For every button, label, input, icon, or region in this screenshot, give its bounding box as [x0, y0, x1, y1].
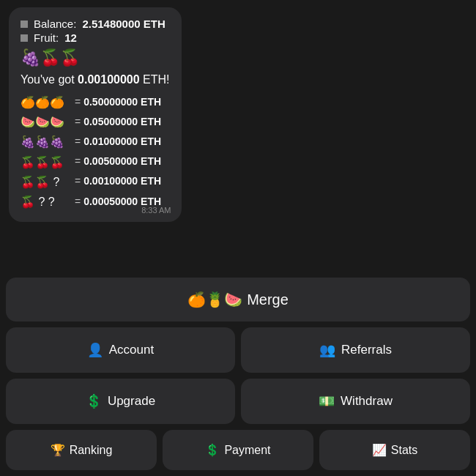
value-table: 🍊🍊🍊 = 0.50000000 ETH 🍉🍉🍉 = 0.05000000 ET…	[21, 92, 170, 212]
eth-3: 0.00500000 ETH	[83, 153, 161, 171]
balance-line: Balance: 2.51480000 ETH	[21, 18, 170, 30]
bottom-row: 🏆 Ranking 💲 Payment 📈 Stats	[6, 430, 470, 470]
emoji-2: 🍇🍇🍇	[21, 132, 72, 152]
referrals-label: Referrals	[341, 343, 392, 357]
got-value: 0.00100000	[78, 73, 140, 86]
nav-grid: 👤 Account 👥 Referrals 💲 Upgrade 💵 Withdr…	[6, 327, 470, 424]
payment-button[interactable]: 💲 Payment	[163, 430, 313, 470]
fruit-value: 12	[64, 31, 77, 44]
payment-label: Payment	[224, 444, 270, 457]
emoji-0: 🍊🍊🍊	[21, 92, 72, 112]
emoji-3: 🍒🍒🍒	[21, 152, 72, 172]
equals-1: =	[75, 114, 81, 131]
value-row-2: 🍇🍇🍇 = 0.01000000 ETH	[21, 132, 170, 152]
message-timestamp: 8:33 AM	[141, 206, 171, 215]
withdraw-icon: 💵	[319, 393, 335, 409]
stats-icon: 📈	[372, 443, 387, 457]
value-row-0: 🍊🍊🍊 = 0.50000000 ETH	[21, 92, 170, 112]
upgrade-icon: 💲	[86, 393, 102, 409]
emoji-1: 🍉🍉🍉	[21, 112, 72, 132]
eth-0: 0.50000000 ETH	[83, 94, 161, 111]
fruit-square-icon	[21, 34, 28, 42]
eth-1: 0.05000000 ETH	[83, 114, 161, 131]
account-label: Account	[109, 343, 154, 357]
merge-icon: 🍊🍍🍉	[187, 291, 242, 308]
got-prefix: You've got	[21, 73, 78, 86]
referrals-icon: 👥	[319, 342, 335, 358]
equals-5: =	[75, 193, 81, 211]
withdraw-label: Withdraw	[341, 394, 393, 409]
got-suffix: ETH!	[140, 73, 170, 86]
eth-4: 0.00100000 ETH	[83, 173, 161, 190]
withdraw-button[interactable]: 💵 Withdraw	[241, 379, 470, 424]
fruit-line: Fruit: 12	[21, 31, 170, 44]
fruit-emojis: 🍇🍒🍒	[21, 48, 170, 67]
equals-2: =	[75, 133, 81, 151]
ranking-icon: 🏆	[51, 443, 65, 457]
eth-2: 0.01000000 ETH	[83, 133, 161, 151]
account-button[interactable]: 👤 Account	[6, 327, 235, 373]
value-row-1: 🍉🍉🍉 = 0.05000000 ETH	[21, 112, 170, 132]
balance-value: 2.51480000 ETH	[82, 18, 165, 30]
emoji-4: 🍒🍒 ?	[21, 172, 72, 192]
balance-square-icon	[21, 21, 28, 28]
stats-label: Stats	[391, 444, 417, 457]
value-row-4: 🍒🍒 ? = 0.00100000 ETH	[21, 172, 170, 192]
upgrade-button[interactable]: 💲 Upgrade	[6, 379, 235, 424]
equals-3: =	[75, 153, 81, 171]
chat-area: Balance: 2.51480000 ETH Fruit: 12 🍇🍒🍒 Yo…	[0, 0, 476, 273]
upgrade-label: Upgrade	[108, 394, 155, 409]
got-text-line: You've got 0.00100000 ETH!	[21, 73, 170, 86]
merge-button[interactable]: 🍊🍍🍉 Merge	[6, 278, 470, 321]
referrals-button[interactable]: 👥 Referrals	[241, 327, 470, 373]
message-bubble: Balance: 2.51480000 ETH Fruit: 12 🍇🍒🍒 Yo…	[9, 7, 182, 222]
ranking-label: Ranking	[70, 444, 113, 457]
stats-button[interactable]: 📈 Stats	[319, 430, 470, 470]
fruit-label: Fruit:	[34, 31, 59, 44]
bottom-nav: 🍊🍍🍉 Merge 👤 Account 👥 Referrals 💲 Upgrad…	[0, 273, 476, 476]
ranking-button[interactable]: 🏆 Ranking	[6, 430, 157, 470]
account-icon: 👤	[87, 342, 103, 358]
equals-4: =	[75, 173, 81, 190]
balance-label: Balance:	[34, 18, 76, 30]
value-row-3: 🍒🍒🍒 = 0.00500000 ETH	[21, 152, 170, 172]
emoji-5: 🍒 ? ?	[21, 192, 72, 212]
payment-icon: 💲	[205, 443, 220, 457]
equals-0: =	[75, 94, 81, 111]
merge-label: Merge	[247, 291, 289, 308]
